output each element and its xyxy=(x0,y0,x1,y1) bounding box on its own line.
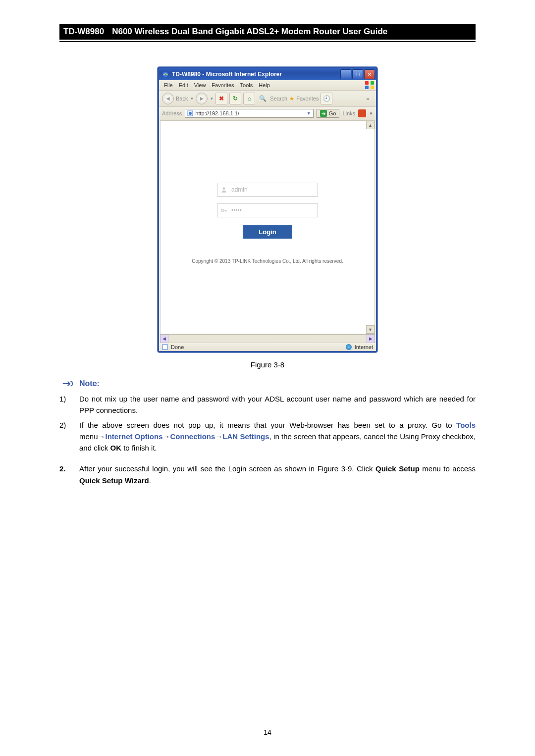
history-icon[interactable]: 🕘 xyxy=(321,93,332,104)
go-arrow-icon: ➔ xyxy=(320,110,327,117)
back-button[interactable]: ◄ xyxy=(162,93,174,104)
note-item-1-num: 1) xyxy=(59,393,70,416)
note-item-2-num: 2) xyxy=(59,419,70,454)
note-heading-text: Note: xyxy=(79,379,100,388)
menu-edit[interactable]: Edit xyxy=(176,81,191,89)
status-zone-label: Internet xyxy=(355,344,373,350)
note-item-1: 1) Do not mix up the user name and passw… xyxy=(59,392,476,418)
search-label: Search xyxy=(270,96,287,101)
globe-icon xyxy=(346,344,352,350)
browser-window: TD-W8980 - Microsoft Internet Explorer _… xyxy=(158,67,377,353)
menu-view[interactable]: View xyxy=(191,81,209,89)
page-icon xyxy=(187,110,193,116)
window-title: TD-W8980 - Microsoft Internet Explorer xyxy=(172,71,282,78)
forward-button[interactable]: ► xyxy=(196,93,208,104)
scroll-up-icon[interactable]: ▲ xyxy=(366,121,374,129)
toolbar-more-icon[interactable]: » xyxy=(366,96,369,101)
step-2: 2. After your successful login, you will… xyxy=(59,459,476,490)
scroll-down-icon[interactable]: ▼ xyxy=(366,325,374,334)
login-button[interactable]: Login xyxy=(243,225,292,239)
key-icon xyxy=(220,207,227,214)
menu-file[interactable]: File xyxy=(161,81,176,89)
note-item-2: 2) If the above screen does not pop up, … xyxy=(59,418,476,455)
note-list: 1) Do not mix up the user name and passw… xyxy=(59,392,476,455)
maximize-button[interactable]: □ xyxy=(352,69,363,79)
horizontal-scrollbar[interactable]: ◀ ▶ xyxy=(160,334,375,343)
address-dropdown-icon[interactable]: ▼ xyxy=(307,111,311,116)
scroll-left-icon[interactable]: ◀ xyxy=(160,335,168,343)
ie-icon xyxy=(162,71,169,78)
svg-point-2 xyxy=(189,112,192,115)
step-2-text: After your successful login, you will se… xyxy=(79,463,476,486)
address-bar: Address http://192.168.1.1/ ▼ ➔ Go Links… xyxy=(159,107,376,120)
password-field[interactable]: ••••• xyxy=(217,203,318,217)
copyright-text: Copyright © 2013 TP-LINK Technologies Co… xyxy=(160,258,374,264)
page-done-icon xyxy=(162,344,168,350)
note-heading: Note: xyxy=(62,379,476,389)
favorites-icon[interactable]: ★ xyxy=(289,96,294,102)
step-2-num: 2. xyxy=(59,463,70,486)
search-icon[interactable]: 🔍 xyxy=(257,93,268,104)
address-url: http://192.168.1.1/ xyxy=(195,110,239,116)
scroll-right-icon[interactable]: ▶ xyxy=(367,335,375,343)
back-label: Back xyxy=(176,96,188,101)
svg-point-4 xyxy=(221,209,224,212)
menu-favorites[interactable]: Favorites xyxy=(209,81,237,89)
menu-bar: File Edit View Favorites Tools Help xyxy=(159,80,376,91)
password-placeholder: ••••• xyxy=(231,207,315,214)
page-number: 14 xyxy=(0,728,535,736)
links-label[interactable]: Links xyxy=(342,110,355,116)
go-label: Go xyxy=(329,110,336,116)
svg-rect-5 xyxy=(162,345,167,350)
figure-caption: Figure 3-8 xyxy=(59,357,476,379)
minimize-button[interactable]: _ xyxy=(340,69,351,79)
favorites-label: Favorites xyxy=(296,96,319,101)
header-model: TD-W8980 xyxy=(59,24,109,40)
header-title: N600 Wireless Dual Band Gigabit ADSL2+ M… xyxy=(109,24,476,40)
status-done-label: Done xyxy=(171,344,184,350)
window-titlebar: TD-W8980 - Microsoft Internet Explorer _… xyxy=(159,68,376,80)
address-input[interactable]: http://192.168.1.1/ ▼ xyxy=(185,109,313,118)
status-bar: Done Internet xyxy=(159,343,376,351)
note-item-2-text: If the above screen does not pop up, it … xyxy=(79,419,476,454)
username-placeholder: admin xyxy=(231,186,315,193)
stop-icon[interactable]: ✖ xyxy=(215,93,227,104)
address-label: Address xyxy=(162,110,182,116)
links-icon[interactable] xyxy=(358,109,366,117)
page-content: ▲ admin ••••• Login Copyright © 2013 TP-… xyxy=(160,120,375,334)
go-button[interactable]: ➔ Go xyxy=(317,109,340,118)
windows-flag-icon xyxy=(365,81,374,89)
home-icon[interactable]: ⌂ xyxy=(243,93,255,104)
hand-point-icon xyxy=(62,379,74,389)
refresh-icon[interactable]: ↻ xyxy=(229,93,241,104)
doc-header: TD-W8980 N600 Wireless Dual Band Gigabit… xyxy=(59,24,476,42)
username-field[interactable]: admin xyxy=(217,183,318,197)
menu-tools[interactable]: Tools xyxy=(237,81,256,89)
user-icon xyxy=(220,186,227,193)
close-button[interactable]: × xyxy=(364,69,375,79)
svg-point-3 xyxy=(223,187,225,190)
menu-help[interactable]: Help xyxy=(256,81,273,89)
note-item-1-text: Do not mix up the user name and password… xyxy=(79,393,476,416)
toolbar: ◄ Back ▼ ► ▼ ✖ ↻ ⌂ 🔍 Search ★ Favorites … xyxy=(159,91,376,107)
